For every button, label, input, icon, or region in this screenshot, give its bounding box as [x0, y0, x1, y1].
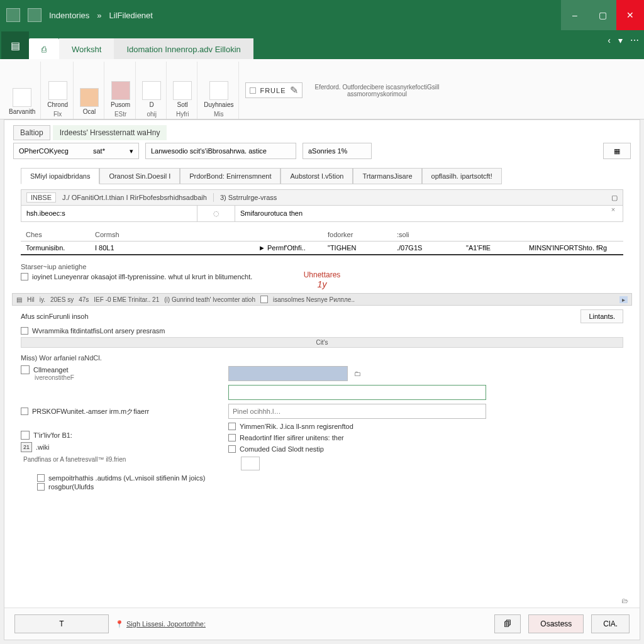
ws-corner-button[interactable]: ▦: [603, 143, 631, 159]
ws-field-1[interactable]: OPherCOKyecg sat* ▾: [13, 143, 139, 159]
rule-label: FRULE: [260, 87, 286, 94]
mid-divider-label: Cit's: [316, 339, 328, 346]
ws-tab-0[interactable]: Baltiop: [13, 125, 50, 140]
checkbox-c3[interactable]: [37, 474, 45, 482]
ribbon-item-duyhnaies[interactable]: Duyhnaies: [204, 81, 233, 108]
form-r4-label: Pandfinas or A fanetresvall™ il9.frien: [23, 456, 222, 463]
rule-edit-icon[interactable]: ✎: [290, 84, 298, 96]
ribbon-item-ocal[interactable]: Ocal: [80, 88, 99, 115]
checkbox-r2[interactable]: [21, 408, 28, 415]
ribbon-group-3: Pusom EStr: [106, 62, 136, 119]
input-r2[interactable]: [228, 404, 486, 419]
app-icon: [6, 8, 20, 22]
tab-worksheet[interactable]: Worksht: [59, 38, 114, 59]
checkbox-rr3[interactable]: [228, 445, 236, 453]
corner-help-icon[interactable]: 🗁: [621, 597, 628, 604]
footer-icon-button[interactable]: 🗐: [494, 614, 521, 633]
ribbon-item-barvanith[interactable]: Barvanith: [9, 88, 35, 115]
toolbar-1: INBSE J./ OFanitiOrt.I.thian I RirFbofes…: [21, 189, 623, 206]
maximize-button[interactable]: ▢: [589, 0, 616, 30]
strip-check[interactable]: [260, 296, 268, 303]
checkbox-c4[interactable]: [37, 483, 45, 491]
subtab-0[interactable]: SMiyl iopaidbridans: [21, 168, 99, 184]
subtab-4[interactable]: TrtarmansJisare: [353, 168, 421, 184]
kv-mid-icon[interactable]: ◌: [197, 206, 235, 221]
ribbon-item-pusom[interactable]: Pusom: [111, 81, 130, 108]
footer-left-box[interactable]: T: [14, 614, 109, 633]
file-tab[interactable]: ▤: [1, 31, 29, 59]
subtab-5[interactable]: opflasilh. ipartsotcft!: [422, 168, 502, 184]
kv-close-icon[interactable]: ×: [604, 206, 623, 221]
kv-left: hsh.ibeoec:s: [21, 206, 197, 221]
kv-right: Smifarourotuca then: [235, 206, 604, 221]
ws-field-3[interactable]: aSonries 1%: [303, 143, 372, 159]
th-4[interactable]: fodorker: [323, 228, 392, 241]
th-2[interactable]: [147, 228, 253, 241]
ws-tab-1[interactable]: Irdeests' Hrsessternatt waHny: [53, 125, 167, 140]
workspace: Baltiop Irdeests' Hrsessternatt waHny OP…: [4, 119, 640, 640]
tab-secondary[interactable]: Idomation Innenrop.adv Eillokin: [114, 38, 253, 59]
section-1-label: Starser~iup anietighe: [21, 263, 623, 270]
tabbar-more-icon[interactable]: ⋯: [630, 35, 639, 45]
ribbon-note-1: Eferdord. Outfordecibere iscasnyrkefocti…: [315, 84, 440, 91]
minimize-button[interactable]: –: [561, 0, 589, 30]
td-6: "A1'FflE: [461, 242, 524, 254]
subtab-2[interactable]: PrdorBond: Enirrensmnent: [180, 168, 280, 184]
ribbon-item-d[interactable]: D: [142, 81, 161, 108]
checkbox-1[interactable]: [21, 273, 28, 280]
th-5[interactable]: :soli: [392, 228, 461, 241]
footer-left-link[interactable]: Sigh Lissesi. Joportothhe:: [126, 620, 206, 628]
tab-primary[interactable]: ⎙: [29, 38, 59, 59]
th-0[interactable]: Ches: [21, 228, 90, 241]
ribbon-item-chrond[interactable]: Chrond: [47, 81, 68, 108]
input-helper-icon[interactable]: 🗀: [354, 370, 361, 377]
td-4: "TIGHEN: [323, 242, 392, 254]
subtab-3[interactable]: Aubstorst I.v5tion: [280, 168, 353, 184]
strip-3: 47s: [79, 296, 89, 303]
strip-icon[interactable]: ▤: [16, 296, 22, 303]
ribbon-item-sotl[interactable]: Sotl: [173, 81, 192, 108]
bar1-a[interactable]: INBSE: [26, 192, 56, 203]
input-highlighted[interactable]: [228, 366, 348, 381]
subtab-1[interactable]: Oranost Sin.Doesil I: [99, 168, 180, 184]
form-r3-label: T'ir'liv'for B1:: [33, 431, 72, 439]
subtab-bar: SMiyl iopaidbridans Oranost Sin.Doesil I…: [4, 162, 640, 184]
details-button[interactable]: Lintants.: [580, 309, 623, 323]
strip-scroll-icon[interactable]: ▸: [619, 296, 628, 303]
th-7[interactable]: [524, 228, 623, 241]
td-5: ./07G1S: [392, 242, 461, 254]
form-rr3-label: Comuded Ciad Slodt nestip: [240, 445, 324, 453]
tabbar-back-icon[interactable]: ‹: [608, 35, 611, 45]
strip-6: isansolmes Nesnye Рилпле..: [273, 296, 355, 303]
ws-field-1-drop-icon[interactable]: ▾: [130, 147, 133, 155]
app-title: Indentories: [49, 11, 89, 20]
qa-icon-1[interactable]: [28, 8, 42, 22]
td-1: I 80L1: [90, 242, 147, 254]
form-c4-label: rosgbur(Ulufds: [48, 483, 94, 491]
form-small-box[interactable]: [241, 457, 260, 470]
ribbon: Barvanith Chrond Flx Ocal Pusom EStr D o…: [0, 59, 644, 119]
th-3[interactable]: [253, 228, 323, 241]
warning-glyph: 1y: [4, 279, 640, 289]
status-strip: ▤ Hil iy. 20ES sy 47s IEF -0 EME Trinita…: [12, 293, 632, 306]
td-2: [147, 242, 253, 254]
form-rr2-label: Readortinf Ifier sifirer unitens: ther: [240, 434, 344, 441]
checkbox-2[interactable]: [21, 327, 28, 335]
close-dialog-button[interactable]: ClA.: [591, 614, 630, 633]
strip-4: IEF -0 EME Trinitar.. 21: [94, 296, 159, 303]
input-secondary[interactable]: [228, 385, 486, 400]
tabbar-drop-icon[interactable]: ▾: [618, 35, 623, 45]
form-icon-1: [21, 365, 30, 374]
ribbon-group-4: D ohij: [137, 62, 167, 119]
bar1-b: J./ OFanitiOrt.I.thian I RirFbofesbsrhid…: [62, 194, 207, 201]
table-row[interactable]: Tormunisibn. I 80L1 ► Permf'Othfi.. "TIG…: [21, 242, 623, 255]
confirm-button[interactable]: Osastess: [528, 614, 584, 633]
checkbox-rr1[interactable]: [228, 423, 236, 430]
close-button[interactable]: ✕: [616, 0, 644, 30]
th-6[interactable]: [461, 228, 524, 241]
ws-field-1-label: OPherCOKyecg: [19, 147, 69, 155]
bar1-expand-icon[interactable]: ▢: [611, 194, 618, 202]
strip-5: (i) Gunrind teath' lvecomter atioh: [164, 296, 255, 303]
form-rr2-icon: [228, 434, 236, 441]
th-1[interactable]: Cormsh: [90, 228, 147, 241]
